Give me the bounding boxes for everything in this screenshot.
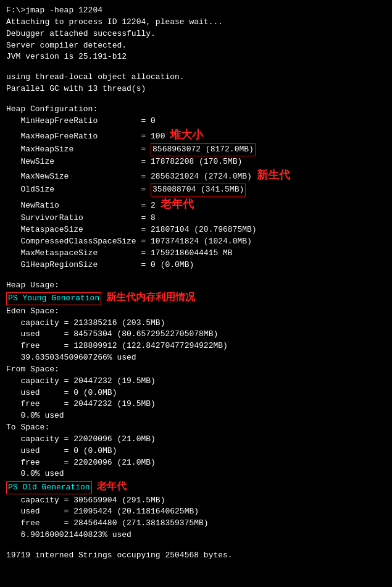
max-heap-ratio-line: MaxHeapFreeRatio = 100 堆大小 (6, 127, 386, 143)
g1-heap-text: G1HeapRegionSize = 0 (0.0MB) (6, 260, 194, 271)
eden-space-line: Eden Space: (6, 306, 386, 318)
server-text: Server compiler detected. (6, 40, 127, 52)
to-space-line: To Space: (6, 422, 386, 434)
old-free-text: free = 284564480 (271.3818359375MB) (6, 518, 209, 530)
old-gen-annotation: 老年代 (161, 196, 194, 213)
max-meta-text: MaxMetaspaceSize = 17592186044415 MB (6, 248, 233, 260)
to-space-text: To Space: (6, 422, 49, 434)
old-gen-usage-annotation: 老年代 (97, 480, 127, 494)
ps-old-label: PS Old Generation (6, 481, 92, 494)
max-heap-size-label: MaxHeapSize = (6, 144, 151, 156)
from-pct-line: 0.0% used (6, 410, 386, 422)
min-heap-text: MinHeapFreeRatio = 0 (6, 116, 156, 127)
eden-space-text: Eden Space: (6, 306, 59, 318)
g1-heap-line: G1HeapRegionSize = 0 (0.0MB) (6, 260, 386, 271)
new-gen-annotation: 新生代 (257, 167, 290, 184)
jvm-text: JVM version is 25.191-b12 (6, 51, 127, 63)
eden-free-text: free = 128809912 (122.84270477294922MB) (6, 340, 228, 352)
old-used-line: used = 21095424 (20.1181640625MB) (6, 506, 386, 518)
old-size-label: OldSize = (6, 184, 151, 196)
max-new-size-text: MaxNewSize = 2856321024 (2724.0MB) (6, 171, 252, 183)
young-gen-usage-annotation: 新生代内存利用情况 (106, 291, 195, 305)
new-size-text: NewSize = 178782208 (170.5MB) (6, 156, 242, 168)
old-free-line: free = 284564480 (271.3818359375MB) (6, 518, 386, 530)
from-pct-text: 0.0% used (6, 410, 64, 422)
from-used-text: used = 0 (0.0MB) (6, 387, 117, 399)
metaspace-text: MetaspaceSize = 21807104 (20.796875MB) (6, 224, 257, 236)
new-ratio-text: NewRatio = 2 (6, 200, 156, 212)
min-heap-line: MinHeapFreeRatio = 0 (6, 116, 386, 127)
new-ratio-line: NewRatio = 2 老年代 (6, 196, 386, 213)
old-cap-line: capacity = 305659904 (291.5MB) (6, 495, 386, 507)
terminal-container: F:\>jmap -heap 12204 Attaching to proces… (6, 5, 386, 562)
interned-text: 19719 interned Strings occupying 2504568… (6, 550, 233, 562)
attach-line: Attaching to process ID 12204, please wa… (6, 17, 386, 28)
eden-free-line: free = 128809912 (122.84270477294922MB) (6, 340, 386, 352)
new-size-line: NewSize = 178782208 (170.5MB) (6, 156, 386, 168)
from-space-text: From Space: (6, 364, 59, 376)
eden-pct-line: 39.635034509607266% used (6, 352, 386, 364)
survivor-line: SurvivorRatio = 8 (6, 213, 386, 224)
interned-line: 19719 interned Strings occupying 2504568… (6, 550, 386, 562)
old-pct-line: 6.901600021440823% used (6, 530, 386, 541)
cmd-text: F:\>jmap -heap 12204 (6, 5, 102, 17)
old-used-text: used = 21095424 (20.1181640625MB) (6, 506, 199, 518)
old-size-value: 358088704 (341.5MB) (151, 184, 246, 196)
max-heap-ratio-text: MaxHeapFreeRatio = 100 (6, 131, 165, 143)
thread-text: using thread-local object allocation. (6, 72, 185, 83)
heap-size-annotation: 堆大小 (170, 127, 203, 143)
ps-old-line: PS Old Generation 老年代 (6, 480, 386, 494)
eden-used-text: used = 84575304 (80.65729522705078MB) (6, 329, 218, 340)
eden-cap-text: capacity = 213385216 (203.5MB) (6, 318, 165, 329)
from-space-line: From Space: (6, 364, 386, 376)
gc-text: Parallel GC with 13 thread(s) (6, 83, 146, 95)
old-cap-text: capacity = 305659904 (291.5MB) (6, 495, 165, 507)
to-free-text: free = 22020096 (21.0MB) (6, 457, 156, 469)
heap-config-text: Heap Configuration: (6, 104, 98, 116)
max-heap-size-value: 8568963072 (8172.0MB) (151, 143, 256, 156)
compressed-text: CompressedClassSpaceSize = 1073741824 (1… (6, 236, 252, 248)
metaspace-line: MetaspaceSize = 21807104 (20.796875MB) (6, 224, 386, 236)
attach-text: Attaching to process ID 12204, please wa… (6, 17, 223, 28)
from-free-line: free = 20447232 (19.5MB) (6, 399, 386, 410)
to-free-line: free = 22020096 (21.0MB) (6, 457, 386, 469)
compressed-line: CompressedClassSpaceSize = 1073741824 (1… (6, 236, 386, 248)
thread-line: using thread-local object allocation. (6, 72, 386, 83)
max-heap-size-line: MaxHeapSize = 8568963072 (8172.0MB) (6, 143, 386, 156)
from-used-line: used = 0 (0.0MB) (6, 387, 386, 399)
debug-text: Debugger attached successfully. (6, 28, 156, 40)
ps-young-label: PS Young Generation (6, 292, 101, 305)
eden-pct-text: 39.635034509607266% used (6, 352, 136, 364)
gc-line: Parallel GC with 13 thread(s) (6, 83, 386, 95)
to-cap-line: capacity = 22020096 (21.0MB) (6, 434, 386, 446)
to-used-text: used = 0 (0.0MB) (6, 446, 117, 457)
from-free-text: free = 20447232 (19.5MB) (6, 399, 156, 410)
to-cap-text: capacity = 22020096 (21.0MB) (6, 434, 156, 446)
old-pct-text: 6.901600021440823% used (6, 530, 131, 541)
to-used-line: used = 0 (0.0MB) (6, 446, 386, 457)
eden-used-line: used = 84575304 (80.65729522705078MB) (6, 329, 386, 340)
ps-young-line: PS Young Generation 新生代内存利用情况 (6, 291, 386, 305)
max-meta-line: MaxMetaspaceSize = 17592186044415 MB (6, 248, 386, 260)
heap-usage-text: Heap Usage: (6, 280, 59, 292)
heap-config-line: Heap Configuration: (6, 104, 386, 116)
to-pct-text: 0.0% used (6, 468, 64, 480)
old-size-line: OldSize = 358088704 (341.5MB) (6, 184, 386, 196)
survivor-text: SurvivorRatio = 8 (6, 213, 156, 224)
to-pct-line: 0.0% used (6, 468, 386, 480)
cmd-line: F:\>jmap -heap 12204 (6, 5, 386, 17)
eden-cap-line: capacity = 213385216 (203.5MB) (6, 318, 386, 329)
heap-usage-line: Heap Usage: (6, 280, 386, 292)
server-line: Server compiler detected. (6, 40, 386, 52)
from-cap-line: capacity = 20447232 (19.5MB) (6, 376, 386, 387)
max-new-size-line: MaxNewSize = 2856321024 (2724.0MB) 新生代 (6, 167, 386, 184)
debug-line: Debugger attached successfully. (6, 28, 386, 40)
jvm-line: JVM version is 25.191-b12 (6, 51, 386, 63)
from-cap-text: capacity = 20447232 (19.5MB) (6, 376, 156, 387)
